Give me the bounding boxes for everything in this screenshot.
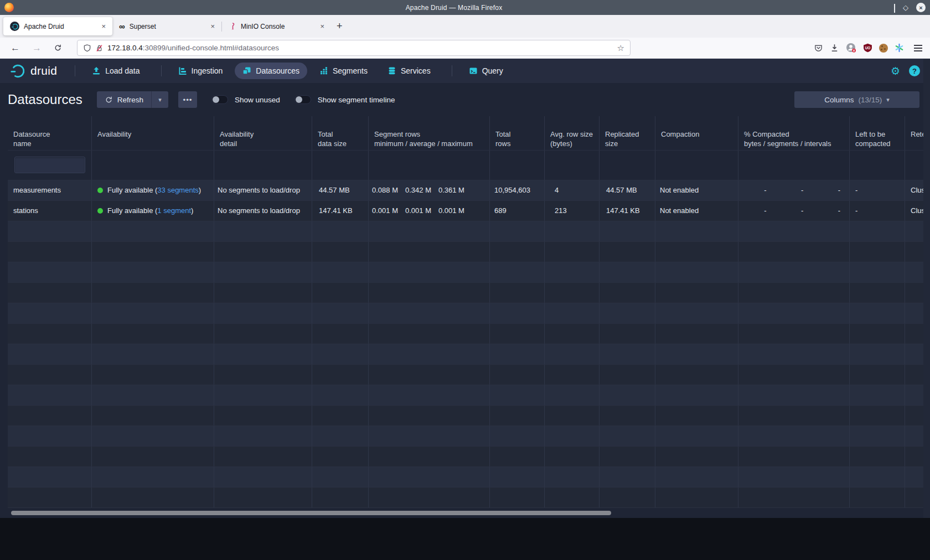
show-segment-timeline-toggle[interactable]: Show segment timeline [294,95,395,104]
more-actions-button[interactable]: ••• [178,91,197,108]
table-row-empty [8,262,923,283]
cell-total-rows: 689 [490,201,545,221]
cell-datasource-name: measurements [8,180,92,200]
horizontal-scrollbar-thumb[interactable] [11,511,611,515]
tab-superset[interactable]: ∞ Superset × [112,17,221,35]
caret-down-icon: ▾ [886,96,890,103]
column-header-compaction[interactable]: Compaction [655,116,738,150]
cell-pct-compacted: --- [738,201,850,221]
column-header-avg-row-size[interactable]: Avg. row size(bytes) [545,116,600,150]
account-icon[interactable] [846,43,856,53]
services-icon [388,66,396,75]
tab-title: MinIO Console [241,23,314,30]
druid-logo[interactable]: druid [10,63,57,79]
cell-avg-row-size: 4 [545,180,600,200]
column-header-segment-rows[interactable]: Segment rowsminimum / average / maximum [369,116,490,150]
toggle-switch-off[interactable] [294,95,311,104]
svg-text:UO: UO [865,46,871,50]
column-header-availability[interactable]: Availability [92,116,214,150]
forward-icon[interactable]: → [27,43,46,54]
tab-close-icon[interactable]: × [100,22,107,30]
reload-icon[interactable] [49,44,67,52]
refresh-interval-button[interactable]: ▾ [151,91,168,108]
ublock-origin-icon[interactable]: UO [863,43,872,53]
show-unused-toggle[interactable]: Show unused [211,95,280,104]
tab-close-icon[interactable]: × [209,22,216,30]
insecure-lock-icon[interactable] [95,44,104,53]
column-header-total-data-size[interactable]: Totaldata size [312,116,369,150]
table-header-row: Datasourcename Availability Availability… [8,116,923,151]
nav-item-load-data[interactable]: Load data [84,63,147,79]
tab-bar: Apache Druid × ∞ Superset × MinIO Consol… [0,15,930,38]
back-icon[interactable]: ← [6,43,25,54]
table-row-empty [8,283,923,303]
column-header-retention[interactable]: Retention [905,116,923,150]
bookmark-star-icon[interactable]: ☆ [617,43,624,53]
column-header-replicated-size[interactable]: Replicatedsize [600,116,655,150]
pocket-icon[interactable] [814,43,823,53]
toggle-label: Show segment timeline [318,96,395,104]
column-header-datasource-name[interactable]: Datasourcename [8,116,92,150]
nav-item-label: Ingestion [192,66,223,75]
table-row-empty [8,467,923,488]
caret-down-icon: ▾ [158,96,162,103]
table-row-stations[interactable]: stations Fully available (1 segment) No … [8,201,923,221]
cell-compaction: Not enabled [655,201,738,221]
menu-icon[interactable] [911,45,922,51]
cookie-icon[interactable] [879,44,888,53]
segments-link[interactable]: 1 segment [157,206,191,215]
extension-spark-icon[interactable] [895,43,904,53]
vertical-scrollbar-track[interactable] [923,59,930,518]
segments-link[interactable]: 33 segments [157,186,198,194]
table-filter-row [8,151,923,180]
tracking-shield-icon[interactable] [83,44,91,53]
column-header-total-rows[interactable]: Totalrows [490,116,545,150]
table-row-measurements[interactable]: measurements Fully available (33 segment… [8,180,923,201]
downloads-icon[interactable] [830,43,839,53]
page-bottom-area [0,518,930,560]
query-icon [469,66,478,75]
nav-item-datasources[interactable]: Datasources [235,63,307,79]
cell-retention: Cluster default [905,201,923,221]
tab-minio-console[interactable]: MinIO Console × [222,17,331,35]
druid-logo-icon [10,63,27,79]
columns-button[interactable]: Columns (13/15) ▾ [794,91,919,108]
window-title: Apache Druid — Mozilla Firefox [14,4,894,12]
cell-retention: Cluster default [905,180,923,200]
nav-item-label: Segments [333,66,368,75]
url-text: 172.18.0.4:30899/unified-console.html#da… [107,44,613,52]
nav-item-ingestion[interactable]: Ingestion [170,63,231,79]
cell-segment-rows: 0.001 M0.001 M0.001 M [369,201,490,221]
table-row-empty [8,447,923,467]
url-bar[interactable]: 172.18.0.4:30899/unified-console.html#da… [77,40,631,56]
tab-close-icon[interactable]: × [319,22,326,30]
columns-count: (13/15) [858,96,882,104]
column-header-availability-detail[interactable]: Availabilitydetail [214,116,312,150]
settings-gear-icon[interactable]: ⚙ [891,65,900,77]
refresh-button[interactable]: Refresh [97,91,151,108]
nav-item-query[interactable]: Query [461,63,511,79]
cell-availability: Fully available (33 segments) [92,180,214,200]
column-header-left-to-be-compacted[interactable]: Left to becompacted [850,116,905,150]
druid-nav-bar: druid Load data Ingestion Datasources Se… [0,59,930,83]
window-maximize-icon[interactable]: ◇ [903,4,908,11]
url-host: 172.18.0.4 [107,44,143,52]
load-data-icon [92,66,101,75]
table-row-empty [8,221,923,242]
nav-item-segments[interactable]: Segments [312,63,375,79]
help-icon[interactable]: ? [909,65,920,76]
window-titlebar: Apache Druid — Mozilla Firefox ◇ × [0,0,930,15]
cell-availability-detail: No segments to load/drop [214,180,312,200]
toggle-switch-off[interactable] [211,95,228,104]
window-close-icon[interactable]: × [916,3,926,12]
window-minimize-icon[interactable] [894,4,895,12]
new-tab-icon[interactable]: + [331,20,348,32]
url-path: :30899/unified-console.html#datasources [143,44,279,52]
nav-item-label: Query [482,66,503,75]
nav-item-services[interactable]: Services [380,63,438,79]
datasources-icon [242,66,251,75]
cell-left-to-be-compacted: - [850,180,905,200]
column-header-pct-compacted[interactable]: % Compactedbytes / segments / intervals [738,116,850,150]
tab-apache-druid[interactable]: Apache Druid × [3,17,112,35]
datasource-filter-input[interactable] [14,157,85,173]
